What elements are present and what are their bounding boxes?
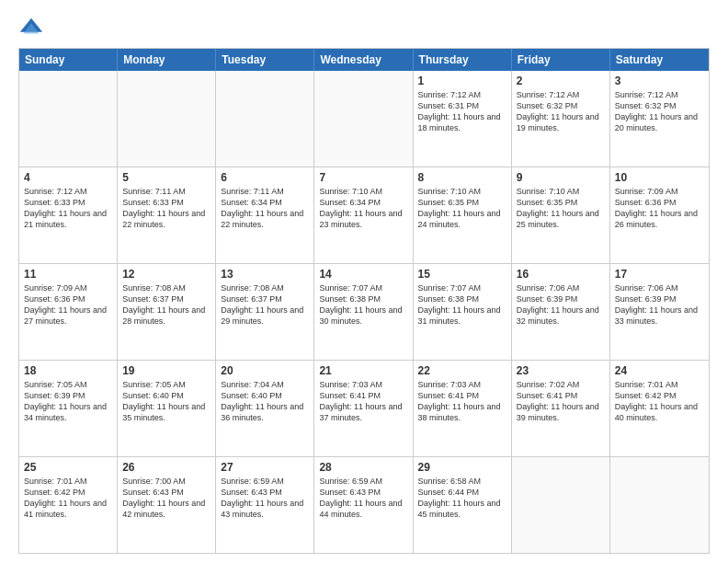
calendar-header-cell: Friday — [512, 49, 610, 71]
calendar-cell: 10Sunrise: 7:09 AM Sunset: 6:36 PM Dayli… — [610, 167, 709, 263]
calendar-cell: 2Sunrise: 7:12 AM Sunset: 6:32 PM Daylig… — [512, 71, 610, 167]
calendar-week-row: 1Sunrise: 7:12 AM Sunset: 6:31 PM Daylig… — [19, 71, 709, 167]
calendar-cell: 14Sunrise: 7:07 AM Sunset: 6:38 PM Dayli… — [314, 264, 413, 360]
calendar-header-cell: Wednesday — [314, 49, 413, 71]
calendar-cell: 20Sunrise: 7:04 AM Sunset: 6:40 PM Dayli… — [216, 361, 314, 456]
day-number: 6 — [221, 171, 309, 184]
cell-text: Sunrise: 7:12 AM Sunset: 6:31 PM Dayligh… — [418, 90, 501, 132]
cell-text: Sunrise: 7:02 AM Sunset: 6:41 PM Dayligh… — [517, 380, 599, 422]
day-number: 16 — [517, 268, 605, 281]
day-number: 19 — [122, 364, 210, 377]
day-number: 22 — [418, 364, 506, 377]
calendar-week-row: 18Sunrise: 7:05 AM Sunset: 6:39 PM Dayli… — [19, 361, 709, 457]
day-number: 9 — [517, 171, 605, 184]
day-number: 2 — [517, 75, 605, 87]
cell-text: Sunrise: 7:10 AM Sunset: 6:35 PM Dayligh… — [418, 187, 501, 229]
calendar-cell: 5Sunrise: 7:11 AM Sunset: 6:33 PM Daylig… — [118, 167, 216, 263]
cell-text: Sunrise: 7:01 AM Sunset: 6:42 PM Dayligh… — [615, 380, 698, 422]
day-number: 21 — [319, 364, 407, 377]
day-number: 27 — [221, 461, 309, 474]
calendar-cell — [19, 71, 118, 167]
cell-text: Sunrise: 7:03 AM Sunset: 6:41 PM Dayligh… — [418, 380, 501, 422]
calendar-cell: 26Sunrise: 7:00 AM Sunset: 6:43 PM Dayli… — [118, 457, 216, 553]
cell-text: Sunrise: 7:08 AM Sunset: 6:37 PM Dayligh… — [122, 283, 205, 326]
logo-icon — [18, 15, 44, 40]
day-number: 17 — [615, 268, 704, 281]
calendar-cell: 16Sunrise: 7:06 AM Sunset: 6:39 PM Dayli… — [512, 264, 610, 360]
cell-text: Sunrise: 7:05 AM Sunset: 6:40 PM Dayligh… — [122, 380, 205, 422]
day-number: 29 — [418, 461, 506, 474]
calendar-cell: 3Sunrise: 7:12 AM Sunset: 6:32 PM Daylig… — [610, 71, 709, 167]
calendar-week-row: 11Sunrise: 7:09 AM Sunset: 6:36 PM Dayli… — [19, 264, 709, 361]
calendar-cell — [118, 71, 216, 167]
day-number: 12 — [122, 268, 210, 281]
cell-text: Sunrise: 7:04 AM Sunset: 6:40 PM Dayligh… — [221, 380, 303, 422]
day-number: 23 — [517, 364, 605, 377]
cell-text: Sunrise: 7:09 AM Sunset: 6:36 PM Dayligh… — [24, 283, 107, 326]
day-number: 1 — [418, 75, 506, 87]
day-number: 20 — [221, 364, 309, 377]
calendar: SundayMondayTuesdayWednesdayThursdayFrid… — [18, 48, 710, 554]
calendar-cell: 9Sunrise: 7:10 AM Sunset: 6:35 PM Daylig… — [512, 167, 610, 263]
calendar-cell: 4Sunrise: 7:12 AM Sunset: 6:33 PM Daylig… — [19, 167, 118, 263]
cell-text: Sunrise: 7:01 AM Sunset: 6:42 PM Dayligh… — [24, 477, 107, 519]
cell-text: Sunrise: 7:06 AM Sunset: 6:39 PM Dayligh… — [615, 283, 698, 326]
day-number: 11 — [24, 268, 112, 281]
day-number: 10 — [615, 171, 704, 184]
calendar-header-cell: Monday — [118, 49, 216, 71]
day-number: 15 — [418, 268, 506, 281]
calendar-header-cell: Saturday — [610, 49, 709, 71]
calendar-cell: 19Sunrise: 7:05 AM Sunset: 6:40 PM Dayli… — [118, 361, 216, 456]
day-number: 28 — [319, 461, 407, 474]
calendar-cell — [216, 71, 314, 167]
calendar-cell: 18Sunrise: 7:05 AM Sunset: 6:39 PM Dayli… — [19, 361, 118, 456]
cell-text: Sunrise: 7:10 AM Sunset: 6:35 PM Dayligh… — [517, 187, 599, 229]
calendar-cell: 7Sunrise: 7:10 AM Sunset: 6:34 PM Daylig… — [314, 167, 413, 263]
cell-text: Sunrise: 7:09 AM Sunset: 6:36 PM Dayligh… — [615, 187, 698, 229]
header — [18, 15, 710, 40]
day-number: 26 — [122, 461, 210, 474]
cell-text: Sunrise: 7:08 AM Sunset: 6:37 PM Dayligh… — [221, 283, 303, 326]
calendar-cell: 8Sunrise: 7:10 AM Sunset: 6:35 PM Daylig… — [414, 167, 512, 263]
day-number: 24 — [615, 364, 704, 377]
calendar-cell — [314, 71, 413, 167]
calendar-cell: 24Sunrise: 7:01 AM Sunset: 6:42 PM Dayli… — [610, 361, 709, 456]
cell-text: Sunrise: 7:07 AM Sunset: 6:38 PM Dayligh… — [418, 283, 501, 326]
day-number: 4 — [24, 171, 112, 184]
cell-text: Sunrise: 7:12 AM Sunset: 6:32 PM Dayligh… — [517, 90, 599, 132]
calendar-cell: 23Sunrise: 7:02 AM Sunset: 6:41 PM Dayli… — [512, 361, 610, 456]
calendar-cell: 17Sunrise: 7:06 AM Sunset: 6:39 PM Dayli… — [610, 264, 709, 360]
calendar-header-cell: Tuesday — [216, 49, 314, 71]
cell-text: Sunrise: 6:59 AM Sunset: 6:43 PM Dayligh… — [319, 477, 402, 519]
calendar-cell — [512, 457, 610, 553]
calendar-header-cell: Thursday — [414, 49, 512, 71]
calendar-cell: 25Sunrise: 7:01 AM Sunset: 6:42 PM Dayli… — [19, 457, 118, 553]
calendar-week-row: 4Sunrise: 7:12 AM Sunset: 6:33 PM Daylig… — [19, 167, 709, 264]
calendar-week-row: 25Sunrise: 7:01 AM Sunset: 6:42 PM Dayli… — [19, 457, 709, 553]
calendar-body: 1Sunrise: 7:12 AM Sunset: 6:31 PM Daylig… — [19, 71, 709, 553]
day-number: 3 — [615, 75, 704, 87]
calendar-cell: 6Sunrise: 7:11 AM Sunset: 6:34 PM Daylig… — [216, 167, 314, 263]
cell-text: Sunrise: 7:12 AM Sunset: 6:32 PM Dayligh… — [615, 90, 698, 132]
day-number: 13 — [221, 268, 309, 281]
cell-text: Sunrise: 7:11 AM Sunset: 6:34 PM Dayligh… — [221, 187, 303, 229]
day-number: 7 — [319, 171, 407, 184]
cell-text: Sunrise: 7:10 AM Sunset: 6:34 PM Dayligh… — [319, 187, 402, 229]
calendar-header-cell: Sunday — [19, 49, 118, 71]
cell-text: Sunrise: 7:11 AM Sunset: 6:33 PM Dayligh… — [122, 187, 205, 229]
day-number: 8 — [418, 171, 506, 184]
cell-text: Sunrise: 6:59 AM Sunset: 6:43 PM Dayligh… — [221, 477, 303, 519]
calendar-cell: 27Sunrise: 6:59 AM Sunset: 6:43 PM Dayli… — [216, 457, 314, 553]
calendar-cell: 13Sunrise: 7:08 AM Sunset: 6:37 PM Dayli… — [216, 264, 314, 360]
cell-text: Sunrise: 7:12 AM Sunset: 6:33 PM Dayligh… — [24, 187, 107, 229]
logo — [18, 15, 48, 40]
calendar-cell: 12Sunrise: 7:08 AM Sunset: 6:37 PM Dayli… — [118, 264, 216, 360]
cell-text: Sunrise: 7:07 AM Sunset: 6:38 PM Dayligh… — [319, 283, 402, 326]
day-number: 5 — [122, 171, 210, 184]
cell-text: Sunrise: 7:00 AM Sunset: 6:43 PM Dayligh… — [122, 477, 205, 519]
calendar-cell: 15Sunrise: 7:07 AM Sunset: 6:38 PM Dayli… — [414, 264, 512, 360]
day-number: 14 — [319, 268, 407, 281]
cell-text: Sunrise: 6:58 AM Sunset: 6:44 PM Dayligh… — [418, 477, 501, 519]
calendar-cell: 21Sunrise: 7:03 AM Sunset: 6:41 PM Dayli… — [314, 361, 413, 456]
day-number: 18 — [24, 364, 112, 377]
